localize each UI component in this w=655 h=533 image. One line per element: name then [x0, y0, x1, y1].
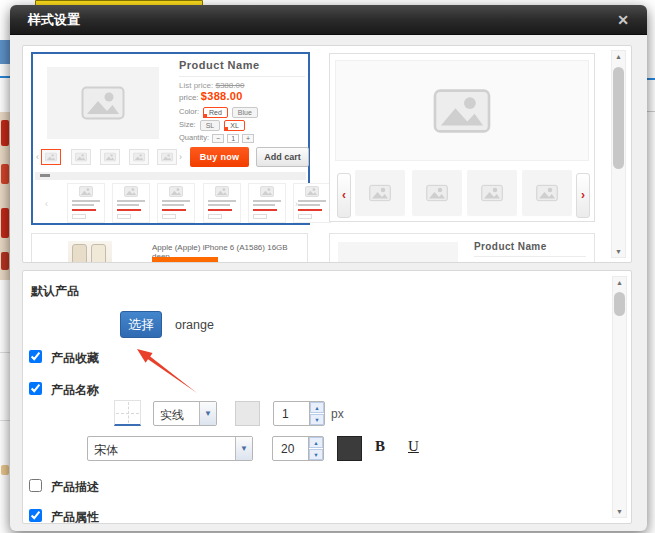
font-family-value: 宋体: [94, 442, 118, 459]
background-banner-image: [0, 112, 10, 280]
product-name-label: 产品名称: [51, 382, 99, 399]
border-style-value: 实线: [160, 407, 184, 424]
scrollbar-thumb[interactable]: [614, 292, 625, 316]
form-scrollbar[interactable]: ▲ ▼: [612, 276, 627, 518]
buy-now-button: Buy now: [190, 147, 249, 167]
carousel-thumbnail: [467, 170, 517, 216]
dialog-header: 样式设置 ✕: [10, 5, 647, 35]
size-option-xl: XL: [224, 120, 245, 131]
divider: [474, 256, 586, 257]
product-favorite-checkbox[interactable]: [29, 350, 42, 363]
chevron-down-icon[interactable]: ▼: [199, 402, 216, 425]
gallery-image-placeholder: [335, 60, 589, 161]
thumbnail: [71, 149, 91, 165]
product-favorite-label: 产品收藏: [51, 350, 99, 367]
related-product-card: [248, 183, 286, 223]
template-option-gallery[interactable]: ‹ ›: [329, 53, 595, 222]
bold-button[interactable]: B: [375, 438, 385, 455]
quantity-plus: +: [242, 134, 254, 143]
select-product-button[interactable]: 选择: [120, 311, 162, 338]
preview-price-fragment: [152, 257, 218, 262]
preview-price: price: $388.00: [179, 90, 243, 102]
close-icon[interactable]: ✕: [615, 12, 631, 28]
product-attributes-label: 产品属性: [51, 509, 99, 526]
preview-size-row: Size:SLXL: [179, 120, 245, 131]
default-product-label: 默认产品: [31, 283, 79, 300]
preview-color-row: Color:RedBlue: [179, 107, 258, 118]
spinner-down-icon[interactable]: ▼: [310, 414, 324, 425]
border-style-select[interactable]: 实线 ▼: [153, 401, 217, 426]
product-description-checkbox[interactable]: [29, 479, 42, 492]
carousel-thumbnail: [355, 170, 405, 216]
style-form-panel: 默认产品 选择 orange 产品收藏 产品名称 实线 ▼ 1 ▲▼ px: [22, 270, 632, 524]
spinner-up-icon[interactable]: ▲: [309, 437, 323, 448]
preview-list-price: List price: $388.00: [179, 81, 244, 90]
font-family-select[interactable]: 宋体 ▼: [87, 436, 253, 461]
thumbnail: [100, 149, 120, 165]
spinner-down-icon[interactable]: ▼: [309, 449, 323, 460]
border-side-picker[interactable]: [114, 400, 141, 426]
related-product-card: [157, 183, 195, 223]
carousel-thumbnail: [522, 170, 572, 216]
preview-scrollbar[interactable]: ▲ ▼: [611, 50, 626, 258]
chevron-down-icon[interactable]: ▼: [235, 437, 252, 460]
border-color-swatch[interactable]: [235, 401, 260, 426]
font-size-spinner[interactable]: 20 ▲▼: [272, 436, 324, 461]
underline-button[interactable]: U: [408, 438, 419, 455]
related-product-card: [67, 183, 105, 223]
product-description-label: 产品描述: [51, 479, 99, 496]
color-option-blue: Blue: [232, 107, 258, 118]
color-option-red: Red: [203, 107, 228, 118]
template-option-detail[interactable]: Product Name List price: $388.00 price: …: [31, 52, 310, 225]
product-image-placeholder: [338, 242, 458, 263]
page: 样式设置 ✕ Product Name List price: $388.00 …: [0, 0, 655, 533]
template-option-list[interactable]: Apple (Apple) iPhone 6 (A1586) 16GB deep: [31, 233, 308, 263]
quantity-minus: −: [212, 134, 224, 143]
related-nav-right-icon: ›: [295, 199, 298, 209]
add-cart-button: Add cart: [256, 147, 309, 167]
background-divider: [647, 78, 655, 80]
scroll-down-icon[interactable]: ▼: [612, 248, 625, 255]
scroll-down-icon[interactable]: ▼: [613, 508, 626, 515]
thumb-nav-left-icon: ‹: [36, 152, 39, 162]
product-attributes-checkbox[interactable]: [29, 509, 42, 522]
spinner-up-icon[interactable]: ▲: [310, 402, 324, 413]
background-thumbnail: [1, 465, 9, 475]
background-divider: [0, 420, 10, 421]
template-option-detail2[interactable]: Product Name List price: $388.00: [329, 233, 595, 263]
scrollbar-thumb[interactable]: [613, 67, 624, 169]
carousel-thumbnail: [412, 170, 462, 216]
thumb-nav-right-icon: ›: [179, 152, 182, 162]
background-divider: [0, 352, 10, 353]
product-name-checkbox[interactable]: [29, 382, 42, 395]
border-width-value: 1: [282, 407, 289, 421]
dialog-title: 样式设置: [28, 5, 80, 35]
border-width-spinner[interactable]: 1 ▲▼: [273, 401, 325, 426]
product-photo: [68, 241, 112, 263]
quantity-value: 1: [227, 134, 239, 143]
related-product-card: [203, 183, 241, 223]
preview-list-price: List price: $388.00: [474, 260, 539, 263]
background-divider: [647, 111, 655, 112]
related-product-card: [112, 183, 150, 223]
thumbnail: [129, 149, 149, 165]
background-left-fragment: [0, 40, 10, 64]
thumbnail-selected: [41, 149, 61, 165]
carousel-right-icon: ›: [576, 173, 590, 218]
related-nav-left-icon: ‹: [45, 199, 48, 209]
size-option-sl: SL: [200, 120, 221, 131]
preview-product-name: Product Name: [179, 59, 260, 71]
related-product-card: [293, 183, 331, 223]
style-settings-dialog: 样式设置 ✕ Product Name List price: $388.00 …: [10, 5, 647, 531]
product-image-placeholder: [47, 67, 159, 139]
background-divider: [0, 76, 10, 78]
border-width-unit: px: [331, 407, 344, 421]
scroll-up-icon[interactable]: ▲: [612, 53, 625, 60]
selected-product-value: orange: [175, 318, 214, 332]
font-color-swatch[interactable]: [337, 436, 362, 461]
font-size-value: 20: [281, 442, 294, 456]
preview-quantity-row: Quantity:−1+: [179, 133, 254, 143]
scroll-up-icon[interactable]: ▲: [613, 279, 626, 286]
template-preview-panel: Product Name List price: $388.00 price: …: [22, 45, 632, 263]
related-products-bar: [35, 172, 306, 180]
